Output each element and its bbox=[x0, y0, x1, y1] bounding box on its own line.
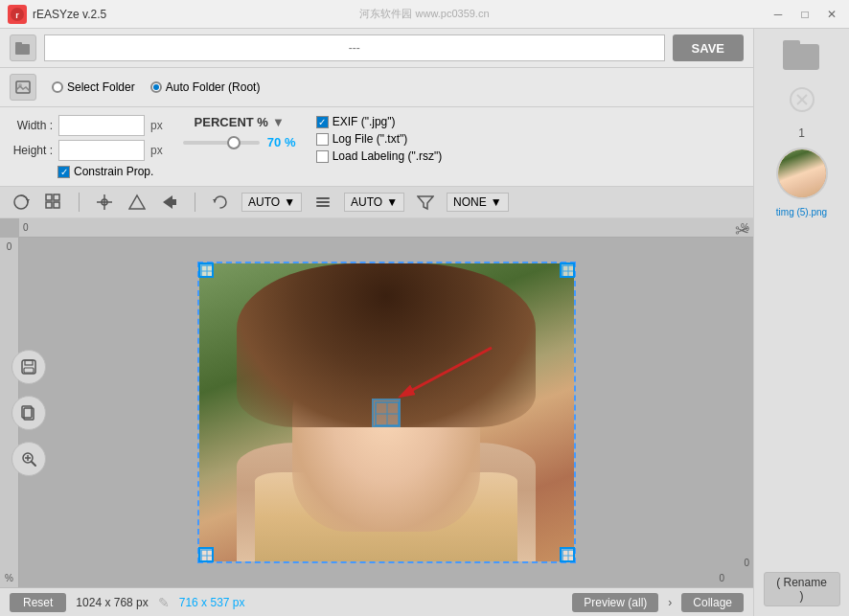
log-row: Log File (".txt") bbox=[316, 132, 443, 146]
check-section: ✓ EXIF (".jpg") Log File (".txt") Load L… bbox=[316, 115, 443, 163]
svg-text:r: r bbox=[15, 11, 19, 20]
percent-slider-row: 70 % bbox=[183, 135, 296, 149]
constrain-row: ✓ Constrain Prop. bbox=[57, 165, 163, 178]
ruler-top-zero: 0 bbox=[23, 222, 29, 233]
size-section: Width : px Height : px ✓ Constrain Prop. bbox=[10, 115, 163, 178]
maximize-button[interactable]: □ bbox=[795, 5, 815, 24]
save-tool-button[interactable] bbox=[11, 350, 46, 384]
save-button[interactable]: SAVE bbox=[673, 34, 744, 61]
auto-folder-label: Auto Folder (Root) bbox=[166, 80, 261, 94]
toolbar-divider2 bbox=[195, 193, 195, 212]
width-label: Width : bbox=[10, 119, 53, 132]
percent-dropdown-icon[interactable]: ▼ bbox=[272, 115, 285, 129]
ruler-top: 0 % bbox=[19, 218, 753, 238]
svg-rect-20 bbox=[316, 205, 330, 207]
auto-label2: AUTO bbox=[351, 195, 382, 209]
svg-marker-21 bbox=[418, 196, 433, 209]
svg-rect-19 bbox=[316, 201, 330, 203]
height-row: Height : px bbox=[10, 140, 163, 161]
center-panel: SAVE Select Folder Auto Folder (Root) bbox=[0, 29, 753, 616]
auto-dropdown2[interactable]: AUTO ▼ bbox=[344, 193, 404, 212]
none-dropdown[interactable]: NONE ▼ bbox=[447, 193, 509, 212]
canvas-tools bbox=[0, 238, 57, 587]
auto-dropdown2-arrow: ▼ bbox=[386, 195, 398, 209]
sidebar-close-icon[interactable] bbox=[789, 86, 815, 119]
layers-icon[interactable] bbox=[311, 191, 334, 214]
main-container: SAVE Select Folder Auto Folder (Root) bbox=[0, 29, 849, 616]
refresh-icon[interactable] bbox=[209, 191, 232, 214]
height-label: Height : bbox=[10, 144, 53, 157]
width-unit: px bbox=[150, 119, 163, 132]
rotate-icon[interactable] bbox=[10, 191, 33, 214]
original-size: 1024 x 768 px bbox=[76, 596, 148, 609]
reset-button[interactable]: Reset bbox=[10, 593, 66, 612]
arrow-icon[interactable] bbox=[158, 191, 181, 214]
percent-slider[interactable] bbox=[183, 141, 260, 145]
none-dropdown-arrow: ▼ bbox=[491, 195, 502, 209]
folder-row: Select Folder Auto Folder (Root) bbox=[0, 68, 753, 107]
svg-rect-49 bbox=[783, 40, 800, 47]
svg-rect-10 bbox=[46, 202, 52, 208]
file-count: 1 bbox=[798, 126, 805, 140]
svg-rect-3 bbox=[15, 42, 22, 45]
svg-rect-2 bbox=[15, 44, 30, 55]
corner-handle-br[interactable] bbox=[560, 547, 575, 562]
svg-rect-8 bbox=[46, 194, 52, 200]
toolbar-divider1 bbox=[79, 193, 80, 212]
height-unit: px bbox=[150, 144, 163, 157]
select-folder-radio[interactable]: Select Folder bbox=[52, 80, 135, 94]
triangle-icon[interactable] bbox=[126, 191, 149, 214]
rename-button[interactable]: ( Rename ) bbox=[764, 572, 840, 606]
sidebar-folder-icon[interactable] bbox=[783, 38, 821, 79]
folder-icon-button[interactable] bbox=[10, 34, 36, 61]
exif-checkbox[interactable]: ✓ bbox=[316, 116, 329, 128]
window-controls: ─ □ ✕ bbox=[769, 5, 841, 24]
preview-button[interactable]: Preview (all) bbox=[572, 593, 658, 612]
corner-handle-bl[interactable] bbox=[198, 547, 214, 562]
svg-line-28 bbox=[32, 462, 35, 466]
svg-marker-7 bbox=[26, 199, 30, 202]
center-handle[interactable] bbox=[372, 399, 401, 427]
filter-icon[interactable] bbox=[414, 191, 437, 214]
app-logo: r bbox=[8, 5, 27, 24]
path-input[interactable] bbox=[44, 34, 665, 61]
log-label: Log File (".txt") bbox=[333, 132, 408, 146]
select-folder-radio-circle bbox=[52, 81, 63, 93]
svg-marker-16 bbox=[163, 195, 176, 209]
grid-icon[interactable] bbox=[42, 191, 65, 214]
corner-handle-tl[interactable] bbox=[198, 262, 214, 278]
watermark-text: 河东软件园 www.pc0359.cn bbox=[359, 7, 489, 21]
svg-rect-18 bbox=[316, 197, 330, 199]
title-bar: r rEASYze v.2.5 河东软件园 www.pc0359.cn ─ □ … bbox=[0, 0, 849, 29]
log-checkbox[interactable] bbox=[316, 133, 329, 146]
app-title: rEASYze v.2.5 bbox=[33, 8, 106, 21]
constrain-checkbox[interactable]: ✓ bbox=[57, 166, 70, 178]
svg-rect-24 bbox=[24, 368, 34, 373]
image-canvas bbox=[19, 238, 753, 587]
labeling-row: Load Labeling (".rsz") bbox=[316, 149, 443, 163]
height-input[interactable] bbox=[58, 140, 145, 161]
svg-rect-11 bbox=[54, 202, 59, 208]
percent-value: 70 % bbox=[267, 135, 296, 149]
file-thumbnail[interactable] bbox=[776, 148, 828, 199]
image-border-box bbox=[197, 262, 576, 563]
constrain-label: Constrain Prop. bbox=[74, 165, 153, 178]
crosshair-icon[interactable] bbox=[93, 191, 116, 214]
minimize-button[interactable]: ─ bbox=[769, 5, 788, 24]
filename-label: timg (5).png bbox=[776, 207, 827, 217]
select-folder-label: Select Folder bbox=[67, 80, 135, 94]
auto-dropdown1[interactable]: AUTO ▼ bbox=[241, 193, 302, 212]
copy-tool-button[interactable] bbox=[11, 396, 46, 430]
close-button[interactable]: ✕ bbox=[822, 5, 841, 24]
svg-marker-15 bbox=[129, 195, 145, 209]
width-input[interactable] bbox=[58, 115, 145, 136]
auto-folder-radio[interactable]: Auto Folder (Root) bbox=[150, 80, 261, 94]
labeling-checkbox[interactable] bbox=[316, 150, 329, 163]
image-icon-button[interactable] bbox=[10, 74, 36, 101]
top-toolbar: SAVE bbox=[0, 29, 753, 68]
svg-marker-17 bbox=[213, 199, 217, 202]
thumbnail-image bbox=[778, 149, 826, 197]
collage-button[interactable]: Collage bbox=[681, 593, 744, 612]
zoom-tool-button[interactable] bbox=[11, 442, 46, 476]
corner-handle-tr[interactable] bbox=[560, 262, 575, 278]
